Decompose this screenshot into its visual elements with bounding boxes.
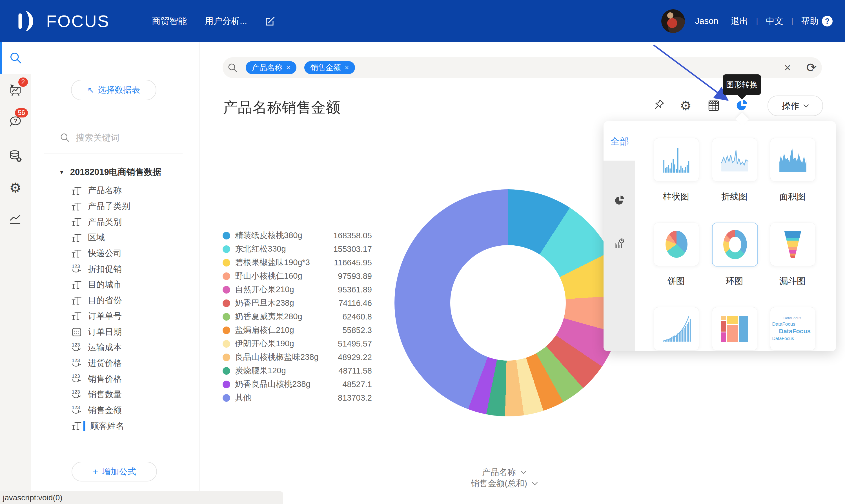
legend-item[interactable]: 伊朗开心果190g 51495.57	[222, 337, 372, 350]
field-row[interactable]: 订单日期	[31, 324, 199, 340]
legend-item[interactable]: 奶香良品山核桃238g 48527.1	[222, 378, 372, 391]
refresh-icon[interactable]: ⟳	[804, 59, 820, 75]
legend-color-dot	[222, 286, 230, 293]
legend-label: 东北红松330g	[235, 244, 286, 255]
legend-color-dot	[222, 246, 230, 253]
field-row[interactable]: 目的省份	[31, 293, 199, 308]
legend-item[interactable]: 奶香巴旦木238g 74116.46	[222, 296, 372, 310]
field-row[interactable]: 123 折扣促销	[31, 261, 199, 277]
field-row[interactable]: 123 销售价格	[31, 371, 199, 387]
chart-type-tile[interactable]: DataFocus DataFocus DataFocus DataFocus	[770, 307, 815, 350]
chart-legend: 精装纸皮核桃380g 168358.05 东北红松330g 155303.17 …	[222, 229, 372, 404]
sidebar-item-help[interactable]: ? 56	[0, 107, 31, 135]
sidebar-item-boards[interactable]: 2	[0, 76, 31, 105]
query-tag-label: 产品名称	[252, 62, 282, 73]
sidebar-item-data[interactable]	[0, 142, 31, 170]
panel-all-tab[interactable]: 全部	[610, 135, 629, 148]
avatar[interactable]	[661, 9, 685, 33]
chart-type-tile[interactable]	[654, 138, 699, 181]
legend-item[interactable]: 野山小核桃仁160g 97593.89	[222, 269, 372, 283]
chart-type-tile[interactable]	[712, 138, 757, 181]
chart-type-tile[interactable]	[712, 307, 757, 350]
field-type-icon	[70, 326, 83, 338]
legend-label: 伊朗开心果190g	[235, 338, 294, 349]
actions-dropdown-button[interactable]: 操作	[768, 95, 823, 116]
legend-item[interactable]: 炭烧腰果120g 48711.58	[222, 364, 372, 378]
tree-collapse-icon[interactable]: ▼	[59, 169, 65, 176]
panel-category-rail	[604, 161, 635, 351]
user-name[interactable]: Jason	[695, 16, 719, 26]
help-question-icon[interactable]: ?	[822, 16, 832, 26]
field-row[interactable]: 产品子类别	[31, 199, 199, 214]
remove-tag-icon[interactable]: ×	[286, 64, 290, 72]
query-tag[interactable]: 销售金额×	[304, 61, 355, 74]
svg-text:123: 123	[72, 358, 80, 363]
legend-item[interactable]: 其他 813703.2	[222, 391, 372, 404]
chevron-down-icon	[532, 482, 538, 485]
legend-item[interactable]: 盐焗扁核仁210g 55852.3	[222, 323, 372, 337]
field-row[interactable]: 123 销售数量	[31, 387, 199, 402]
legend-color-dot	[222, 394, 230, 402]
legend-value: 116645.95	[334, 258, 372, 267]
legend-item[interactable]: 碧根果椒盐味190g*3 116645.95	[222, 256, 372, 269]
field-row[interactable]: 顾客姓名	[31, 418, 199, 434]
focus-logo[interactable]: FOCUS	[17, 9, 110, 33]
legend-item[interactable]: 精装纸皮核桃380g 168358.05	[222, 229, 372, 242]
rail-bar-category[interactable]	[604, 231, 635, 256]
sidebar-item-search[interactable]	[0, 42, 31, 74]
axis-labels: 产品名称 销售金额(总和)	[406, 467, 603, 489]
table-view-button[interactable]	[707, 99, 720, 112]
help-link[interactable]: 帮助	[801, 15, 819, 27]
chart-type-tile[interactable]	[712, 222, 758, 267]
field-row[interactable]: 123 运输成本	[31, 340, 199, 356]
legend-item[interactable]: 东北红松330g 155303.17	[222, 242, 372, 256]
x-axis-selector[interactable]: 产品名称	[406, 467, 603, 478]
legend-value: 97593.89	[338, 272, 372, 281]
sidebar-item-monitor[interactable]	[0, 205, 31, 233]
nav-menu: 商贸智能用户分析...	[152, 15, 247, 27]
field-row[interactable]: 产品类别	[31, 214, 199, 230]
nav-separator: |	[791, 17, 793, 25]
field-type-icon	[70, 216, 83, 228]
legend-color-dot	[222, 381, 230, 388]
pin-button[interactable]	[652, 99, 665, 112]
legend-label: 奶香良品山核桃238g	[235, 379, 310, 390]
chart-type-tile[interactable]	[654, 222, 699, 266]
graph-switch-tooltip: 图形转换	[723, 74, 761, 95]
field-row[interactable]: 快递公司	[31, 246, 199, 262]
field-row[interactable]: 订单单号	[31, 308, 199, 324]
remove-tag-icon[interactable]: ×	[345, 64, 349, 72]
select-table-button[interactable]: ↖ 选择数据表	[71, 80, 156, 100]
logout-link[interactable]: 退出	[731, 15, 748, 27]
language-link[interactable]: 中文	[766, 15, 783, 27]
legend-label: 自然开心果210g	[235, 284, 294, 295]
y-axis-selector[interactable]: 销售金额(总和)	[406, 478, 603, 489]
chart-type-tile[interactable]	[654, 307, 699, 350]
table-tree-header[interactable]: ▼ 20182019电商销售数据	[59, 166, 161, 178]
donut-chart[interactable]	[394, 189, 622, 416]
sidebar-item-settings[interactable]: ⚙	[0, 174, 31, 202]
legend-item[interactable]: 奶香夏威夷果280g 62460.8	[222, 310, 372, 323]
left-icon-strip: 2 ? 56 ⚙	[0, 42, 31, 504]
chart-type-tile[interactable]	[770, 222, 815, 266]
nav-menu-item[interactable]: 用户分析...	[205, 15, 247, 27]
field-row[interactable]: 123 进货价格	[31, 356, 199, 371]
query-tag[interactable]: 产品名称×	[246, 61, 296, 74]
field-row[interactable]: 目的城市	[31, 277, 199, 293]
keyword-search-input[interactable]: 搜索关键词	[59, 132, 120, 144]
clear-query-icon[interactable]: ×	[780, 60, 794, 75]
legend-item[interactable]: 自然开心果210g 95361.89	[222, 283, 372, 296]
compose-icon[interactable]	[265, 16, 276, 27]
legend-item[interactable]: 良品山核桃椒盐味238g 48929.22	[222, 350, 372, 364]
chart-type-tile[interactable]	[770, 138, 815, 181]
nav-separator: |	[756, 17, 758, 25]
rail-pie-category[interactable]	[604, 188, 635, 213]
field-type-icon	[70, 278, 83, 291]
field-row[interactable]: 产品名称	[31, 183, 199, 199]
chart-settings-button[interactable]: ⚙	[680, 99, 693, 112]
field-row[interactable]: 123 销售金额	[31, 402, 199, 418]
add-formula-button[interactable]: + 增加公式	[72, 462, 157, 482]
nav-menu-item[interactable]: 商贸智能	[152, 15, 187, 27]
field-row[interactable]: 区域	[31, 230, 199, 246]
chart-type-label: 饼图	[654, 275, 699, 287]
